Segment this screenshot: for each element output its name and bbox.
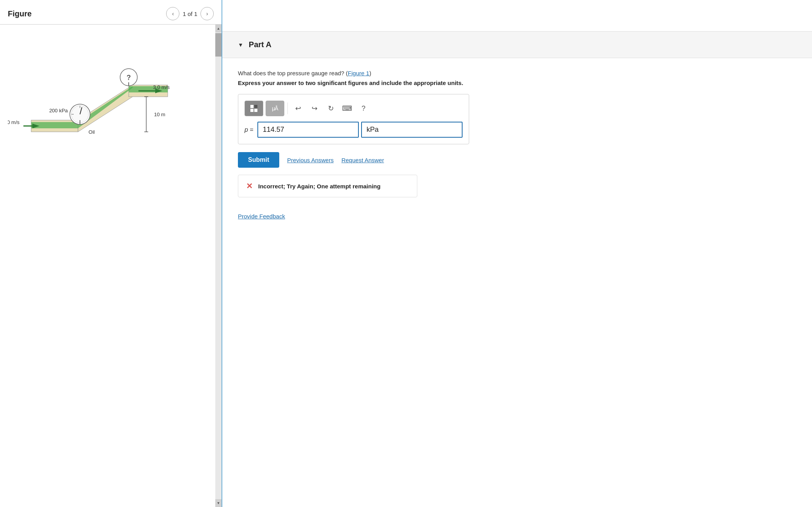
keyboard-button[interactable]: ⌨ <box>340 101 354 115</box>
diagram-area: ? 200 kPa 3.0 m/s 2.0 m/s 10 m Oil <box>0 25 222 165</box>
svg-text:3.0 m/s: 3.0 m/s <box>153 84 170 90</box>
right-panel: ▼ Part A What does the top pressure gaug… <box>222 0 812 507</box>
previous-answers-button[interactable]: Previous Answers <box>287 157 333 163</box>
svg-text:Oil: Oil <box>89 129 95 135</box>
toolbar-separator-1 <box>287 103 288 114</box>
mu-button[interactable]: μÅ <box>266 101 284 116</box>
figure-prev-btn[interactable]: ‹ <box>166 7 179 20</box>
error-text: Incorrect; Try Again; One attempt remain… <box>258 183 381 190</box>
figure-title: Figure <box>8 9 32 18</box>
unit-input[interactable] <box>361 122 463 138</box>
diagram-svg: ? 200 kPa 3.0 m/s 2.0 m/s 10 m Oil <box>8 36 172 153</box>
mu-icon: μÅ <box>272 105 278 112</box>
left-panel: Figure ‹ 1 of 1 › ▲ ▼ <box>0 0 222 507</box>
svg-rect-3 <box>31 122 78 128</box>
figure-nav: ‹ 1 of 1 › <box>166 7 214 20</box>
svg-text:10 m: 10 m <box>154 112 165 117</box>
figure-next-btn[interactable]: › <box>200 7 214 20</box>
provide-feedback-link[interactable]: Provide Feedback <box>238 213 285 220</box>
refresh-button[interactable]: ↻ <box>324 101 338 115</box>
collapse-icon[interactable]: ▼ <box>238 42 243 48</box>
question-text: What does the top pressure gauge read? (… <box>238 70 796 76</box>
redo-button[interactable]: ↪ <box>307 101 321 115</box>
question-instruction: Express your answer to two significant f… <box>238 80 796 86</box>
help-button[interactable]: ? <box>356 101 371 115</box>
svg-text:200 kPa: 200 kPa <box>49 108 68 113</box>
math-toolbar: μÅ ↩ ↪ ↻ ⌨ ? <box>245 101 463 116</box>
part-a-header: ▼ Part A <box>222 31 812 58</box>
action-row: Submit Previous Answers Request Answer <box>238 152 796 168</box>
figure-count: 1 of 1 <box>183 11 197 17</box>
question-area: What does the top pressure gauge read? (… <box>222 58 812 220</box>
svg-text:2.0 m/s: 2.0 m/s <box>8 119 20 125</box>
figure-header: Figure ‹ 1 of 1 › <box>0 0 222 24</box>
part-title: Part A <box>249 40 271 49</box>
math-fields: p = <box>245 122 463 138</box>
math-input-container: μÅ ↩ ↪ ↻ ⌨ ? p = <box>238 94 469 144</box>
math-label: p = <box>245 126 254 133</box>
svg-text:?: ? <box>127 74 131 82</box>
scroll-down-arrow[interactable]: ▼ <box>215 499 222 507</box>
undo-button[interactable]: ↩ <box>291 101 305 115</box>
error-icon: ✕ <box>246 181 253 191</box>
error-box: ✕ Incorrect; Try Again; One attempt rema… <box>238 175 417 197</box>
value-input[interactable] <box>257 122 359 138</box>
grid-button[interactable] <box>245 101 263 116</box>
request-answer-button[interactable]: Request Answer <box>341 157 384 163</box>
figure-link[interactable]: Figure 1 <box>348 70 369 76</box>
submit-button[interactable]: Submit <box>238 152 279 168</box>
figure-content: ▲ ▼ <box>0 25 222 507</box>
